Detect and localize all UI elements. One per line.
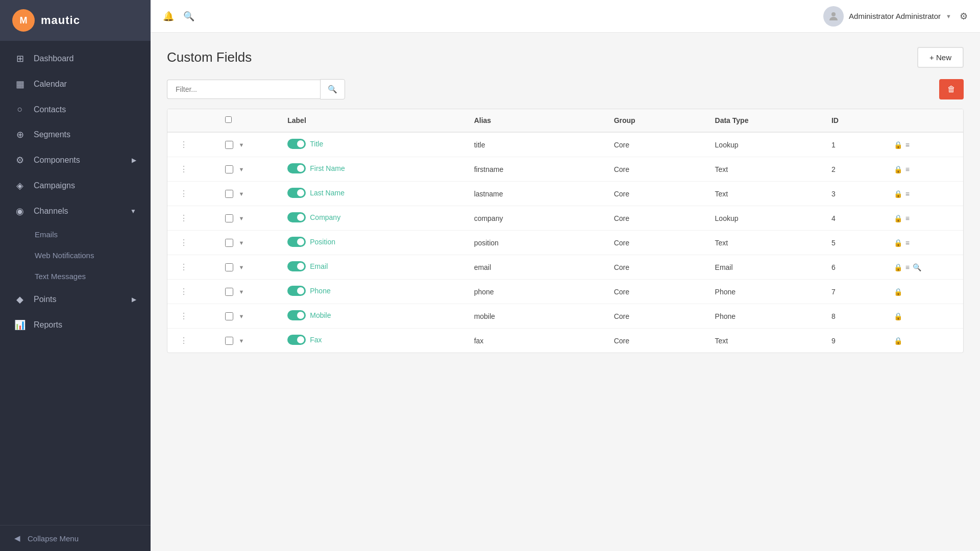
list-icon[interactable]: ≡: [905, 165, 910, 173]
actions-cell: 🔒≡🔍: [886, 255, 963, 280]
row-chevron-button[interactable]: ▼: [236, 288, 246, 296]
calendar-icon: ▦: [14, 79, 26, 90]
toggle-switch[interactable]: [287, 261, 306, 271]
col-id-header: ID: [823, 109, 886, 132]
sidebar-item-text-messages[interactable]: Text Messages: [0, 266, 151, 287]
list-icon[interactable]: ≡: [905, 190, 910, 198]
group-cell: Core: [606, 255, 707, 280]
row-checkbox[interactable]: [225, 337, 233, 345]
row-checkbox[interactable]: [225, 214, 233, 222]
field-label[interactable]: Mobile: [310, 311, 331, 319]
custom-fields-table: Label Alias Group Data Type ID ⋮ ▼: [167, 109, 964, 353]
field-label[interactable]: Title: [310, 140, 323, 148]
row-chevron-button[interactable]: ▼: [236, 312, 246, 320]
row-chevron-button[interactable]: ▼: [236, 165, 246, 173]
list-icon[interactable]: ≡: [905, 141, 910, 149]
alias-cell: company: [466, 206, 606, 231]
row-chevron-button[interactable]: ▼: [236, 141, 246, 149]
drag-handle-icon[interactable]: ⋮: [176, 140, 192, 149]
row-checkbox[interactable]: [225, 141, 233, 149]
toggle-switch[interactable]: [287, 237, 306, 247]
alias-cell: mobile: [466, 304, 606, 329]
field-label[interactable]: First Name: [310, 164, 345, 172]
drag-handle-icon[interactable]: ⋮: [176, 214, 192, 222]
toggle-switch[interactable]: [287, 139, 306, 149]
row-checkbox[interactable]: [225, 312, 233, 320]
sidebar-item-emails[interactable]: Emails: [0, 224, 151, 245]
svg-point-0: [831, 12, 836, 16]
toggle-switch[interactable]: [287, 212, 306, 222]
field-label[interactable]: Fax: [310, 336, 322, 344]
drag-handle-icon[interactable]: ⋮: [176, 165, 192, 173]
sidebar-item-segments[interactable]: ⊕ Segments: [0, 122, 151, 147]
user-menu[interactable]: Administrator Administrator ▼: [823, 6, 951, 27]
segments-icon: ⊕: [14, 129, 26, 140]
search-icon[interactable]: 🔍: [183, 11, 194, 22]
group-cell: Core: [606, 304, 707, 329]
row-checkbox[interactable]: [225, 263, 233, 271]
field-label[interactable]: Position: [310, 238, 335, 246]
alias-cell: email: [466, 255, 606, 280]
group-cell: Core: [606, 231, 707, 255]
datatype-cell: Lookup: [707, 206, 823, 231]
sidebar-item-calendar[interactable]: ▦ Calendar: [0, 71, 151, 97]
delete-button[interactable]: 🗑: [939, 79, 964, 99]
drag-handle-icon[interactable]: ⋮: [176, 336, 192, 345]
row-checkbox[interactable]: [225, 190, 233, 198]
group-cell: Core: [606, 182, 707, 206]
select-all-checkbox[interactable]: [225, 116, 232, 123]
collapse-label: Collapse Menu: [28, 534, 79, 543]
row-chevron-button[interactable]: ▼: [236, 337, 246, 345]
row-checkbox[interactable]: [225, 165, 233, 173]
sidebar-item-points[interactable]: ◆ Points ▶: [0, 287, 151, 312]
field-label[interactable]: Last Name: [310, 189, 345, 197]
sidebar-sub-label: Text Messages: [35, 272, 86, 281]
sidebar-item-campaigns[interactable]: ◈ Campaigns: [0, 173, 151, 198]
actions-cell: 🔒≡: [886, 157, 963, 182]
list-icon[interactable]: ≡: [905, 239, 910, 247]
drag-handle-icon[interactable]: ⋮: [176, 263, 192, 271]
drag-handle-icon[interactable]: ⋮: [176, 287, 192, 296]
settings-icon[interactable]: ⚙: [960, 11, 968, 22]
row-chevron-button[interactable]: ▼: [236, 214, 246, 222]
row-checkbox[interactable]: [225, 288, 233, 296]
row-chevron-button[interactable]: ▼: [236, 190, 246, 198]
toggle-switch[interactable]: [287, 188, 306, 198]
toggle-switch[interactable]: [287, 310, 306, 320]
toggle-switch[interactable]: [287, 335, 306, 345]
drag-handle-icon[interactable]: ⋮: [176, 189, 192, 198]
filter-search-button[interactable]: 🔍: [320, 79, 345, 99]
actions-cell: 🔒: [886, 304, 963, 329]
sidebar-item-channels[interactable]: ◉ Channels ▼: [0, 198, 151, 224]
drag-handle-cell: ⋮: [167, 304, 217, 329]
sidebar-item-dashboard[interactable]: ⊞ Dashboard: [0, 46, 151, 71]
row-chevron-button[interactable]: ▼: [236, 263, 246, 271]
field-label[interactable]: Phone: [310, 287, 330, 295]
drag-handle-cell: ⋮: [167, 280, 217, 304]
toggle-switch[interactable]: [287, 286, 306, 296]
drag-handle-icon[interactable]: ⋮: [176, 312, 192, 320]
list-icon[interactable]: ≡: [905, 263, 910, 271]
row-checkbox[interactable]: [225, 239, 233, 247]
new-button[interactable]: + New: [917, 47, 964, 68]
field-label[interactable]: Email: [310, 262, 328, 270]
sidebar-item-components[interactable]: ⚙ Components ▶: [0, 147, 151, 173]
sidebar-item-reports[interactable]: 📊 Reports: [0, 312, 151, 338]
list-icon[interactable]: ≡: [905, 214, 910, 222]
table-header: Label Alias Group Data Type ID: [167, 109, 963, 132]
bell-icon[interactable]: 🔔: [163, 11, 174, 22]
drag-handle-icon[interactable]: ⋮: [176, 238, 192, 247]
filter-input[interactable]: [167, 80, 320, 99]
search-icon[interactable]: 🔍: [913, 263, 921, 271]
group-cell: Core: [606, 157, 707, 182]
id-cell: 1: [823, 132, 886, 157]
topbar: 🔔 🔍 Administrator Administrator ▼ ⚙: [151, 0, 980, 33]
row-chevron-button[interactable]: ▼: [236, 239, 246, 247]
toggle-switch[interactable]: [287, 163, 306, 173]
collapse-menu-button[interactable]: ◀ Collapse Menu: [0, 525, 151, 551]
sidebar-item-contacts[interactable]: ○ Contacts: [0, 97, 151, 122]
group-cell: Core: [606, 329, 707, 353]
sidebar-item-web-notifications[interactable]: Web Notifications: [0, 245, 151, 266]
col-actions-header: [886, 109, 963, 132]
field-label[interactable]: Company: [310, 213, 340, 221]
